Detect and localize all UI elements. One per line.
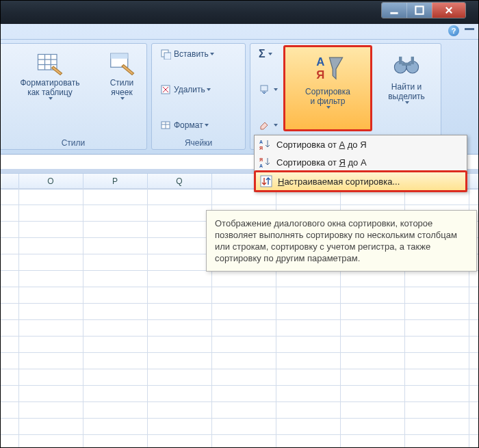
sort-filter-icon: А Я — [311, 53, 344, 85]
cell-styles-button[interactable]: Стили ячеек — [93, 47, 151, 100]
sort-desc-icon: Я А — [259, 156, 271, 168]
maximize-icon — [415, 5, 424, 15]
table-icon — [36, 49, 64, 77]
svg-rect-8 — [111, 53, 128, 59]
clear-button[interactable] — [256, 118, 283, 133]
col-header-O[interactable]: O — [18, 174, 83, 189]
spreadsheet: O P Q — [1, 154, 478, 447]
close-icon — [444, 5, 454, 15]
svg-rect-29 — [261, 176, 272, 187]
insert-button[interactable]: Вставить — [157, 47, 240, 62]
menu-custom-sort-label: Настраиваемая сортировка... — [278, 176, 400, 187]
menu-custom-sort[interactable]: Настраиваемая сортировка... — [254, 170, 467, 192]
menu-sort-desc[interactable]: Я А Сортировка от Я до А — [255, 153, 467, 171]
maximize-button[interactable] — [406, 3, 432, 18]
find-select-label: Найти и выделить — [388, 82, 425, 101]
close-button[interactable] — [432, 3, 465, 18]
binoculars-icon — [391, 51, 422, 81]
svg-rect-1 — [415, 6, 423, 14]
fill-button[interactable] — [256, 82, 283, 97]
col-header-Q[interactable]: Q — [147, 174, 212, 189]
minimize-icon — [389, 5, 399, 15]
svg-rect-0 — [390, 12, 398, 14]
svg-rect-17 — [261, 85, 268, 91]
format-as-table-button[interactable]: Форматировать как таблицу — [3, 47, 97, 100]
insert-icon — [160, 49, 171, 60]
tooltip-custom-sort: Отображение диалогового окна сортировки,… — [206, 210, 477, 272]
svg-text:А: А — [316, 55, 324, 68]
sort-asc-icon: А Я — [259, 138, 271, 150]
cell-styles-icon — [108, 49, 135, 77]
eraser-icon — [259, 120, 270, 131]
tooltip-text: Отображение диалогового окна сортировки,… — [215, 218, 457, 263]
svg-rect-22 — [399, 57, 402, 64]
format-button[interactable]: Формат — [157, 118, 240, 133]
svg-text:А: А — [259, 163, 263, 168]
sigma-icon: Σ — [259, 48, 266, 60]
format-as-table-label: Форматировать как таблицу — [20, 78, 79, 97]
minimize-button[interactable] — [382, 3, 406, 18]
sort-filter-button[interactable]: А Я Сортировка и фильтр — [283, 45, 372, 131]
insert-label: Вставить — [174, 49, 209, 59]
group-cells-label: Ячейки — [152, 138, 245, 148]
title-bar — [1, 1, 478, 24]
group-editing: Σ А Я Сортировка и фильтр — [250, 43, 441, 150]
autosum-button[interactable]: Σ — [256, 47, 283, 62]
ribbon-tab-strip: ? — [1, 24, 478, 40]
svg-text:А: А — [259, 140, 263, 144]
menu-sort-asc[interactable]: А Я Сортировка от А до Я — [255, 135, 467, 153]
select-all-corner[interactable] — [1, 174, 19, 189]
sort-filter-label: Сортировка и фильтр — [305, 87, 350, 106]
menu-sort-desc-label: Сортировка от Я до А — [276, 157, 367, 168]
svg-text:Я: Я — [316, 68, 324, 81]
cell-styles-label: Стили ячеек — [110, 78, 134, 97]
delete-icon — [160, 84, 171, 95]
window-buttons — [381, 2, 466, 18]
group-styles-label: Стили — [0, 138, 146, 148]
menu-sort-asc-label: Сортировка от А до Я — [276, 140, 367, 150]
fill-down-icon — [259, 84, 270, 95]
custom-sort-icon — [260, 175, 272, 187]
svg-text:Я: Я — [259, 157, 263, 162]
help-icon[interactable]: ? — [448, 25, 459, 36]
format-label: Формат — [174, 120, 203, 130]
svg-rect-23 — [411, 57, 414, 64]
find-select-button[interactable]: Найти и выделить — [368, 45, 445, 127]
col-header-P[interactable]: P — [83, 174, 148, 189]
ribbon-minimize-icon[interactable] — [465, 28, 474, 30]
svg-rect-10 — [164, 53, 171, 60]
svg-text:Я: Я — [259, 146, 263, 150]
format-icon — [160, 120, 171, 131]
sort-filter-menu: А Я Сортировка от А до Я Я А Сортировка … — [254, 135, 467, 192]
svg-rect-24 — [402, 63, 411, 66]
group-styles: Форматировать как таблицу Стили ячеек Ст… — [0, 43, 147, 150]
group-cells: Вставить Удалить Формат Ячейки — [151, 43, 246, 150]
delete-label: Удалить — [174, 85, 205, 94]
delete-button[interactable]: Удалить — [157, 82, 240, 97]
